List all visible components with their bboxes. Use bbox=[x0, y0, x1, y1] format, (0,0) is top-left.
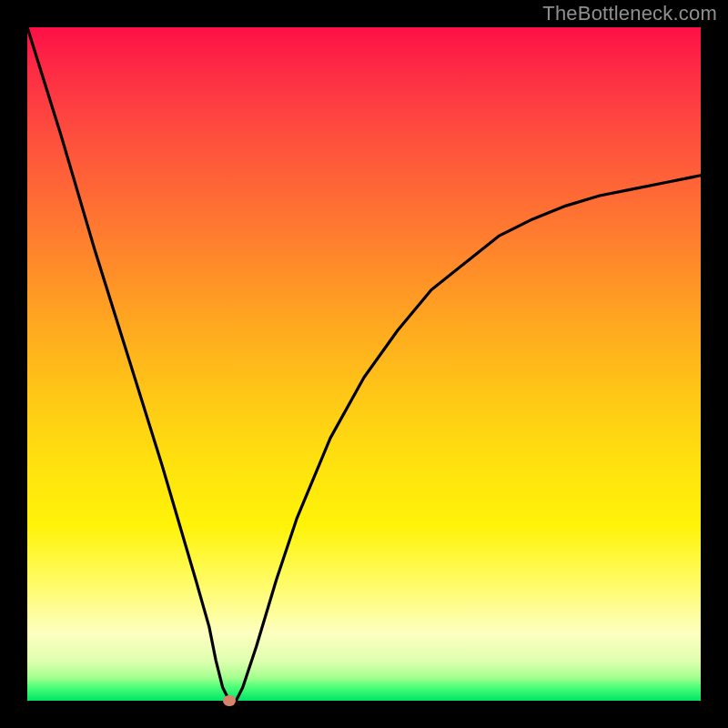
optimal-point-marker bbox=[223, 695, 236, 706]
curve-path bbox=[27, 27, 701, 701]
chart-frame: TheBottleneck.com bbox=[0, 0, 728, 728]
plot-area bbox=[27, 27, 701, 701]
watermark-label: TheBottleneck.com bbox=[542, 2, 717, 25]
bottleneck-curve bbox=[27, 27, 701, 701]
